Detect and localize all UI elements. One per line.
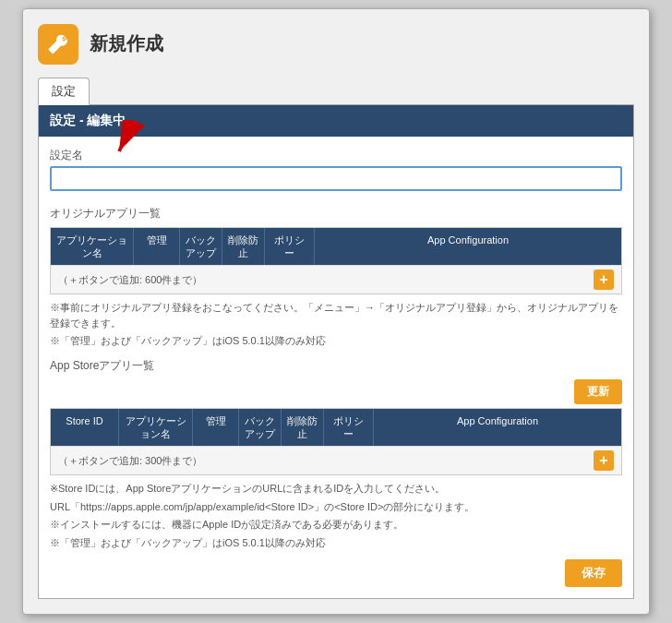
- appstore-apps-add-button[interactable]: +: [594, 450, 614, 471]
- original-apps-note-1: ※事前にオリジナルアプリ登録をおこなってください。「メニュー」→「オリジナルアプ…: [50, 300, 622, 330]
- th-app-config-2: App Configuration: [374, 409, 621, 447]
- wrench-icon: [38, 24, 78, 65]
- th-policy: ポリシー: [265, 228, 315, 266]
- settings-name-input[interactable]: [50, 166, 622, 191]
- appstore-apps-add-row: （＋ボタンで追加: 300件まで） +: [51, 446, 621, 474]
- update-btn-row: 更新: [50, 379, 622, 404]
- original-apps-note-2: ※「管理」および「バックアップ」はiOS 5.0.1以降のみ対応: [50, 333, 622, 349]
- save-button[interactable]: 保存: [565, 559, 622, 587]
- th-policy-2: ポリシー: [324, 409, 374, 447]
- original-apps-section-label: オリジナルアプリ一覧: [50, 206, 622, 222]
- red-arrow-indicator: [105, 120, 161, 166]
- th-app-config: App Configuration: [315, 228, 621, 266]
- appstore-note-1: ※Store IDには、App StoreアプリケーションのURLに含まれるID…: [50, 481, 622, 497]
- th-store-id: Store ID: [51, 409, 119, 447]
- appstore-apps-table-header: Store ID アプリケーション名 管理 バックアップ 削除防止 ポリシー A…: [51, 409, 621, 447]
- original-apps-table: アプリケーション名 管理 バックアップ 削除防止 ポリシー App Config…: [50, 227, 622, 295]
- modal-container: 新規作成 設定 設定 - 編集中 設定名: [22, 8, 650, 616]
- th-app-name-2: アプリケーション名: [119, 409, 193, 447]
- svg-point-0: [51, 49, 54, 52]
- th-app-name: アプリケーション名: [51, 228, 134, 266]
- tab-bar: 設定: [38, 78, 634, 105]
- original-apps-add-count: （＋ボタンで追加: 600件まで）: [58, 273, 202, 287]
- appstore-note-3: ※インストールするには、機器にApple IDが設定済みである必要があります。: [50, 517, 622, 533]
- appstore-apps-section-label: App Storeアプリ一覧: [50, 358, 622, 374]
- th-manage: 管理: [134, 228, 180, 266]
- update-button[interactable]: 更新: [574, 379, 622, 404]
- save-btn-row: 保存: [50, 559, 622, 587]
- appstore-note-4: ※「管理」および「バックアップ」はiOS 5.0.1以降のみ対応: [50, 535, 622, 551]
- panel-body: 設定名 オリジナルアプリ一覧 アプリケーション名 管理: [39, 137, 633, 599]
- modal-header: 新規作成: [38, 24, 634, 65]
- svg-line-2: [119, 122, 133, 151]
- th-backup-2: バックアップ: [239, 409, 282, 447]
- settings-panel: 設定 - 編集中 設定名 オリジナルアプリ一覧: [38, 105, 634, 600]
- th-delete-prevent-2: 削除防止: [282, 409, 324, 447]
- original-apps-add-button[interactable]: +: [594, 270, 614, 290]
- appstore-note-2: URL「https://apps.apple.com/jp/app/exampl…: [50, 499, 622, 515]
- th-backup: バックアップ: [180, 228, 222, 266]
- th-delete-prevent: 削除防止: [222, 228, 265, 266]
- th-manage-2: 管理: [193, 409, 239, 447]
- appstore-apps-add-count: （＋ボタンで追加: 300件まで）: [58, 454, 202, 468]
- original-apps-add-row: （＋ボタンで追加: 600件まで） +: [51, 265, 621, 294]
- original-apps-table-header: アプリケーション名 管理 バックアップ 削除防止 ポリシー App Config…: [51, 228, 621, 266]
- settings-name-wrapper: 設定名: [50, 148, 622, 202]
- tab-settings[interactable]: 設定: [38, 78, 90, 105]
- appstore-apps-table: Store ID アプリケーション名 管理 バックアップ 削除防止 ポリシー A…: [50, 408, 622, 476]
- modal-title: 新規作成: [90, 31, 163, 56]
